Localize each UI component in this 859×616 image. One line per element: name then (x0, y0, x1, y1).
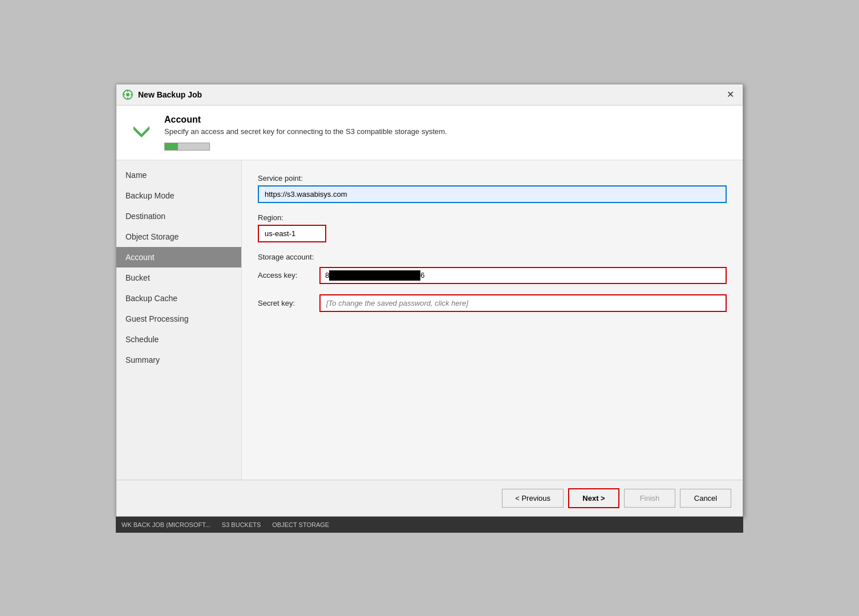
service-point-label: Service point: (258, 174, 727, 183)
sidebar-item-bucket[interactable]: Bucket (116, 268, 241, 288)
svg-marker-6 (133, 119, 149, 137)
access-key-label: Access key: (258, 271, 315, 279)
svg-rect-5 (131, 94, 132, 95)
access-key-suffix: 6 (420, 271, 424, 279)
sidebar-item-destination[interactable]: Destination (116, 206, 241, 226)
progress-bar (164, 143, 210, 151)
footer: < Previous Next > Finish Cancel (116, 480, 743, 516)
sidebar: Name Backup Mode Destination Object Stor… (116, 160, 242, 480)
sidebar-item-object-storage[interactable]: Object Storage (116, 226, 241, 247)
window-title: New Backup Job (138, 90, 202, 99)
service-point-group: Service point: (258, 174, 727, 203)
region-input[interactable] (258, 225, 326, 242)
svg-rect-4 (123, 94, 125, 95)
header-title: Account (164, 115, 447, 125)
access-key-masked (329, 270, 420, 281)
svg-rect-2 (127, 90, 128, 92)
sidebar-item-schedule[interactable]: Schedule (116, 329, 241, 350)
sidebar-item-backup-mode[interactable]: Backup Mode (116, 185, 241, 206)
sidebar-item-name[interactable]: Name (116, 165, 241, 185)
storage-account-label: Storage account: (258, 253, 727, 261)
content-area: Name Backup Mode Destination Object Stor… (116, 160, 743, 480)
taskbar-item-2[interactable]: OBJECT STORAGE (272, 521, 329, 528)
progress-bar-container (164, 143, 447, 151)
secret-key-row: Secret key: (258, 294, 727, 312)
access-key-row: Access key: 8 6 (258, 267, 727, 284)
cancel-button[interactable]: Cancel (680, 489, 731, 508)
new-backup-job-window: New Backup Job ✕ Account Specify an acce… (116, 84, 743, 517)
download-icon (128, 115, 155, 142)
progress-bar-fill (165, 143, 178, 150)
access-key-input-wrapper[interactable]: 8 6 (319, 267, 727, 284)
sidebar-item-summary[interactable]: Summary (116, 350, 241, 370)
access-key-prefix: 8 (325, 271, 329, 279)
title-bar: New Backup Job ✕ (116, 84, 743, 106)
sidebar-item-account[interactable]: Account (116, 247, 241, 268)
secret-key-input[interactable] (319, 294, 727, 312)
header-subtitle: Specify an access and secret key for con… (164, 127, 447, 136)
header-area: Account Specify an access and secret key… (116, 106, 743, 160)
svg-rect-3 (127, 98, 128, 99)
secret-key-label: Secret key: (258, 299, 315, 307)
finish-button[interactable]: Finish (624, 489, 675, 508)
service-point-input[interactable] (258, 185, 727, 203)
sidebar-item-guest-processing[interactable]: Guest Processing (116, 309, 241, 329)
taskbar-item-0[interactable]: WK BACK JOB (MICROSOFT... (121, 521, 210, 528)
taskbar: WK BACK JOB (MICROSOFT... S3 BUCKETS OBJ… (116, 517, 743, 533)
region-group: Region: (258, 213, 727, 242)
storage-account-group: Storage account: Access key: 8 6 (258, 253, 727, 312)
region-label: Region: (258, 213, 727, 222)
close-button[interactable]: ✕ (723, 88, 737, 102)
previous-button[interactable]: < Previous (502, 489, 564, 508)
taskbar-item-1[interactable]: S3 BUCKETS (222, 521, 261, 528)
main-panel: Service point: Region: Storage account: … (242, 160, 743, 480)
svg-point-1 (126, 93, 129, 96)
next-button[interactable]: Next > (568, 488, 619, 508)
window-icon (122, 89, 133, 100)
sidebar-item-backup-cache[interactable]: Backup Cache (116, 288, 241, 309)
